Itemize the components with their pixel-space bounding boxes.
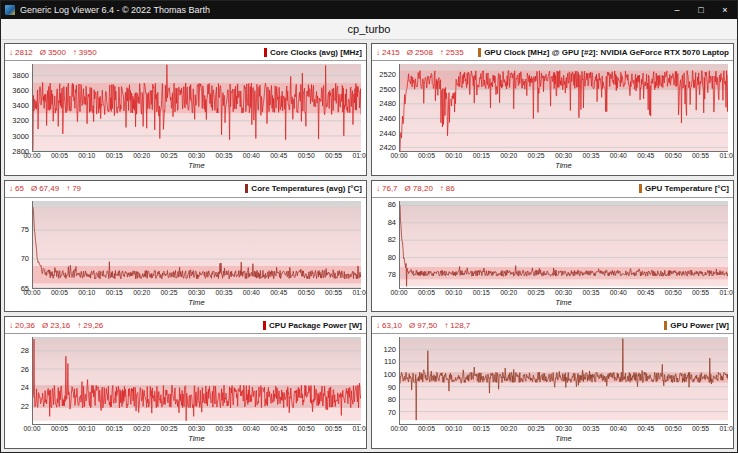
y-tick-label: 80 [388,254,396,262]
stat-max: ↑29,26 [77,321,103,330]
minimize-button[interactable]: – [665,1,689,19]
y-tick-label: 22 [21,403,29,411]
stat-avg-value: 3500 [48,48,66,57]
tab-cp-turbo[interactable]: cp_turbo [348,23,391,35]
x-tick-label: 01:00 [719,153,734,160]
y-tick-label: 84 [388,219,396,227]
x-tick-label: 00:20 [133,153,150,160]
stat-min: ↓20,36 [9,321,35,330]
plot-canvas[interactable] [399,201,728,289]
average-icon: Ø [42,321,48,330]
stat-avg-value: 67,49 [39,184,59,193]
x-tick-label: 00:05 [51,290,68,297]
average-icon: Ø [31,184,37,193]
y-tick-label: 3200 [12,118,29,126]
x-tick-label: 00:30 [555,426,572,433]
plot-wrap: 00:0000:0500:1000:1500:2000:2500:3000:35… [399,337,728,448]
plot-canvas[interactable] [399,64,728,152]
min-arrow-icon: ↓ [376,48,380,57]
plot-wrap: 00:0000:0500:1000:1500:2000:2500:3000:35… [399,64,728,175]
chart-stats: ↓2415 Ø2508 ↑2535 [376,48,464,57]
chart-title: Core Clocks (avg) [MHz] [270,48,362,57]
chart-header: ↓76,7 Ø78,20 ↑86 GPU Temperature [°C] [372,181,733,198]
y-tick-label: 26 [21,366,29,374]
x-axis-title: Time [399,298,728,308]
x-axis-labels: 00:0000:0500:1000:1500:2000:2500:3000:35… [32,152,361,161]
y-tick-label: 2460 [379,115,396,123]
series-color-icon [478,48,481,57]
close-button[interactable]: × [713,1,737,19]
x-tick-label: 00:35 [582,290,599,297]
y-tick-label: 2500 [379,86,396,94]
x-tick-label: 00:50 [298,426,315,433]
stat-avg: Ø97,50 [409,321,437,330]
stat-avg: Ø23,16 [42,321,70,330]
window-controls: – □ × [665,1,737,19]
data-envelope-band [33,340,361,422]
series-color-icon [664,321,667,330]
y-tick-label: 2480 [379,101,396,109]
x-tick-label: 00:30 [188,426,205,433]
x-tick-label: 00:45 [270,153,287,160]
stat-avg-value: 23,16 [50,321,70,330]
x-axis-title: Time [32,161,361,171]
x-tick-label: 00:55 [325,153,342,160]
chart-area: 7880828486 00:0000:0500:1000:1500:2000:2… [372,198,733,312]
stat-avg-value: 78,20 [413,184,433,193]
chart-title: GPU Clock [MHz] @ GPU [#2]: NVIDIA GeFor… [484,48,729,57]
x-tick-label: 00:45 [637,153,654,160]
series-color-icon [264,48,267,57]
plot-canvas[interactable] [32,337,361,425]
x-tick-label: 00:45 [270,290,287,297]
x-tick-label: 00:15 [473,153,490,160]
x-axis-labels: 00:0000:0500:1000:1500:2000:2500:3000:35… [32,425,361,434]
plot-canvas[interactable] [32,64,361,152]
plot-canvas[interactable] [399,337,728,425]
min-arrow-icon: ↓ [376,321,380,330]
plot-canvas[interactable] [32,201,361,289]
x-tick-label: 00:20 [133,290,150,297]
stat-avg: Ø2508 [407,48,433,57]
chart-area: 242024402460248025002520 00:0000:0500:10… [372,61,733,175]
x-tick-label: 00:10 [78,426,95,433]
series-color-icon [639,184,642,193]
titlebar: Generic Log Viewer 6.4 - © 2022 Thomas B… [1,1,737,19]
chart-header: ↓20,36 Ø23,16 ↑29,26 CPU Package Power [… [5,317,366,334]
x-tick-label: 00:40 [610,290,627,297]
x-tick-label: 00:40 [610,426,627,433]
chart-panel-core-temperatures: ↓65 Ø67,49 ↑79 Core Temperatures (avg) [… [4,180,367,313]
x-tick-label: 00:30 [188,290,205,297]
x-tick-label: 00:50 [665,290,682,297]
x-tick-label: 00:45 [270,426,287,433]
x-tick-label: 00:45 [637,290,654,297]
y-tick-label: 2520 [379,71,396,79]
average-icon: Ø [40,48,46,57]
chart-panel-gpu-temperature: ↓76,7 Ø78,20 ↑86 GPU Temperature [°C] 78… [371,180,734,313]
x-tick-label: 00:10 [445,290,462,297]
y-tick-label: 3000 [12,133,29,141]
x-tick-label: 00:15 [106,290,123,297]
stat-avg: Ø78,20 [405,184,433,193]
stat-max-value: 79 [72,184,81,193]
x-axis-title: Time [399,161,728,171]
series-color-icon [263,321,266,330]
y-tick-label: 78 [388,272,396,280]
x-tick-label: 00:30 [555,153,572,160]
x-tick-label: 00:10 [445,153,462,160]
chart-title-box: GPU Temperature [°C] [639,184,729,193]
x-tick-label: 00:40 [610,153,627,160]
chart-header: ↓63,10 Ø97,50 ↑128,7 GPU Power [W] [372,317,733,334]
app-window: Generic Log Viewer 6.4 - © 2022 Thomas B… [0,0,738,453]
x-tick-label: 00:40 [243,290,260,297]
stat-min: ↓65 [9,184,24,193]
maximize-button[interactable]: □ [689,1,713,19]
x-tick-label: 00:40 [243,426,260,433]
max-arrow-icon: ↑ [77,321,81,330]
chart-title: GPU Power [W] [670,321,729,330]
stat-max: ↑128,7 [444,321,470,330]
stat-min-value: 63,10 [382,321,402,330]
chart-title-box: CPU Package Power [W] [263,321,362,330]
plot-wrap: 00:0000:0500:1000:1500:2000:2500:3000:35… [32,64,361,175]
chart-stats: ↓20,36 Ø23,16 ↑29,26 [9,321,103,330]
stat-max-value: 29,26 [83,321,103,330]
